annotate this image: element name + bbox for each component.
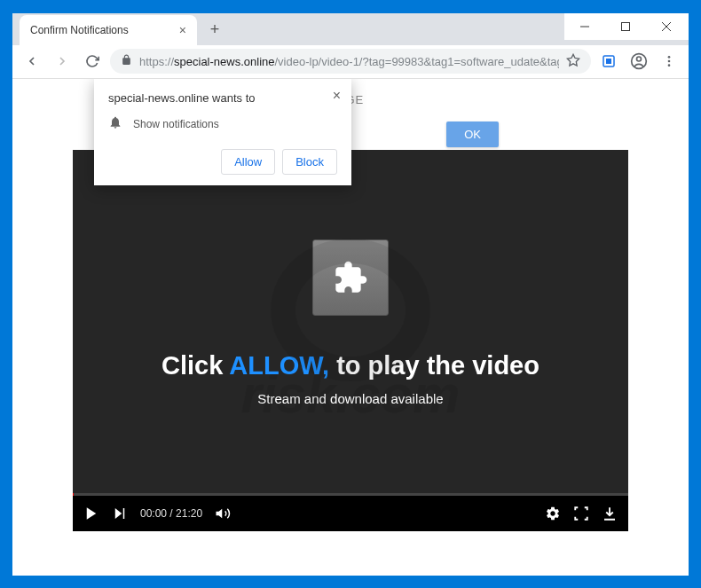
svg-marker-15 [217, 508, 223, 518]
svg-marker-4 [567, 54, 579, 66]
video-player: Click ALLOW, to play the video Stream an… [73, 150, 628, 531]
video-title-highlight: ALLOW, [229, 351, 329, 380]
svg-marker-13 [115, 508, 122, 519]
svg-point-8 [637, 57, 642, 61]
svg-rect-6 [606, 59, 611, 64]
notification-permission-popup: × special-news.online wants to Show noti… [94, 79, 351, 185]
video-title-post: to play the video [329, 351, 540, 380]
page-content: AGE OK Click ALLOW, to play the video St… [12, 79, 689, 549]
allow-button[interactable]: Allow [221, 149, 275, 175]
minimize-button[interactable] [564, 13, 605, 40]
maximize-button[interactable] [605, 13, 646, 40]
new-tab-button[interactable]: + [202, 18, 227, 43]
time-display: 00:00 / 21:20 [140, 507, 202, 520]
browser-window: Confirm Notifications × + [12, 12, 689, 576]
video-controls: 00:00 / 21:20 [73, 496, 628, 531]
close-window-button[interactable] [646, 13, 687, 40]
svg-marker-12 [87, 507, 97, 520]
tab-close-icon[interactable]: × [179, 23, 186, 37]
download-button[interactable] [602, 506, 618, 521]
url-domain: special-news.online [174, 55, 274, 68]
url-text: https://special-news.online/video-lp/vid… [139, 55, 559, 68]
svg-point-11 [668, 64, 671, 67]
bookmark-star-icon[interactable] [566, 53, 580, 70]
popup-close-icon[interactable]: × [333, 88, 341, 104]
svg-rect-1 [622, 22, 630, 30]
popup-title: special-news.online wants to [108, 91, 337, 105]
forward-button[interactable] [50, 49, 75, 74]
block-button[interactable]: Block [282, 149, 337, 175]
window-titlebar [564, 13, 689, 40]
kebab-menu-icon[interactable] [657, 49, 681, 74]
settings-gear-icon[interactable] [545, 506, 561, 521]
video-title: Click ALLOW, to play the video [161, 351, 540, 380]
reload-button[interactable] [80, 49, 105, 74]
popup-row: Show notifications [108, 115, 337, 133]
play-button[interactable] [83, 506, 99, 521]
plugin-placeholder-icon [312, 239, 389, 316]
svg-point-10 [668, 60, 671, 63]
back-button[interactable] [20, 49, 44, 74]
extension-icon[interactable] [596, 49, 621, 74]
profile-avatar-icon[interactable] [626, 49, 651, 74]
fullscreen-button[interactable] [573, 506, 589, 521]
tab-title: Confirm Notifications [30, 24, 129, 36]
bell-icon [108, 115, 122, 133]
video-subtitle: Stream and download available [257, 391, 443, 406]
ok-button[interactable]: OK [446, 122, 499, 147]
video-title-pre: Click [161, 351, 229, 380]
browser-toolbar: https://special-news.online/video-lp/vid… [12, 45, 689, 79]
lock-icon [121, 54, 132, 68]
next-button[interactable] [112, 506, 128, 521]
browser-tab[interactable]: Confirm Notifications × [20, 15, 197, 45]
video-canvas: Click ALLOW, to play the video Stream an… [73, 150, 628, 496]
svg-rect-14 [123, 508, 125, 519]
url-path: /video-lp/video-1/?tag=99983&tag1=softwa… [274, 55, 559, 68]
popup-body: Show notifications [133, 118, 219, 130]
svg-point-9 [668, 56, 671, 59]
volume-button[interactable] [215, 506, 231, 521]
url-scheme: https:// [139, 55, 174, 68]
address-bar[interactable]: https://special-news.online/video-lp/vid… [110, 49, 591, 74]
popup-buttons: Allow Block [108, 149, 337, 175]
